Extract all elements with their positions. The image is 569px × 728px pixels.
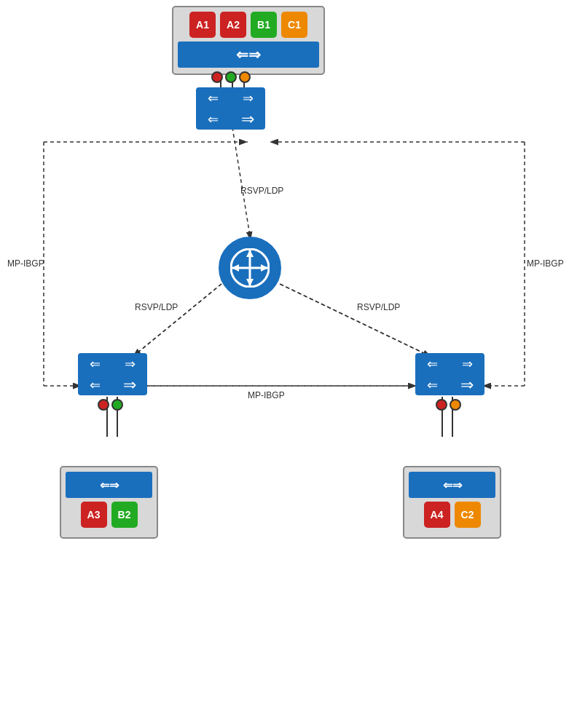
mp-ibgp-right-label: MP-IBGP <box>527 258 564 269</box>
dot-red-left <box>98 399 109 411</box>
right-vpn-labels: A4 C2 <box>424 502 481 528</box>
dot-green-left <box>111 399 123 411</box>
svg-marker-26 <box>246 279 254 286</box>
label-A3: A3 <box>81 502 107 528</box>
label-C2: C2 <box>455 502 481 528</box>
left-vpn-switch <box>66 472 152 498</box>
dot-red-top <box>211 71 223 83</box>
pe-right-arrow1: ⇐ <box>427 357 438 371</box>
label-B1: B1 <box>251 12 277 38</box>
pe-left-arrow4: ⇒ <box>123 377 136 393</box>
svg-line-5 <box>133 284 221 357</box>
pe-top-dots <box>211 71 251 83</box>
rsvp-ldp-top-label: RSVP/LDP <box>240 186 283 196</box>
pe-right-dots <box>436 399 461 411</box>
arrow-left-2: ⇐ <box>208 113 219 126</box>
pe-right-arrow3: ⇐ <box>427 379 438 392</box>
svg-line-6 <box>280 284 431 357</box>
label-A4: A4 <box>424 502 450 528</box>
label-C1: C1 <box>281 12 307 38</box>
svg-marker-28 <box>261 264 268 272</box>
pe-right-router: ⇐ ⇒ ⇐ ⇒ <box>415 353 484 395</box>
pe-right-arrow2: ⇒ <box>462 357 473 371</box>
label-B2: B2 <box>111 502 138 528</box>
pe-left-arrow3: ⇐ <box>90 379 101 392</box>
left-vpn-box: A3 B2 <box>60 466 158 539</box>
svg-line-3 <box>232 127 251 240</box>
svg-line-4 <box>133 284 221 357</box>
right-vpn-switch <box>409 472 495 498</box>
dot-orange-right <box>450 399 461 411</box>
dot-red-right <box>436 399 447 411</box>
pe-left-router: ⇐ ⇒ ⇐ ⇒ <box>78 353 147 395</box>
label-A1: A1 <box>189 12 216 38</box>
rsvp-ldp-left-label: RSVP/LDP <box>135 302 178 312</box>
dot-green-top <box>225 71 237 83</box>
pe-left-dots <box>98 399 123 411</box>
left-vpn-labels: A3 B2 <box>81 502 138 528</box>
svg-marker-25 <box>246 250 254 257</box>
p-router-icon <box>230 248 270 288</box>
network-diagram: A1 A2 B1 C1 ⇐ ⇒ ⇐ ⇒ RSVP/LDP <box>0 0 569 728</box>
dot-orange-top <box>239 71 251 83</box>
svg-marker-27 <box>232 264 239 272</box>
top-vpn-switch <box>178 41 319 68</box>
mp-ibgp-bottom-label: MP-IBGP <box>248 390 285 400</box>
p-center-router <box>219 237 281 299</box>
pe-left-arrow2: ⇒ <box>125 357 136 371</box>
arrow-right-2: ⇒ <box>241 111 254 127</box>
arrow-right-1: ⇒ <box>243 92 254 105</box>
pe-left-arrow1: ⇐ <box>90 357 101 371</box>
pe-right-arrow4: ⇒ <box>460 377 474 393</box>
pe-top-router: ⇐ ⇒ ⇐ ⇒ <box>196 87 265 130</box>
top-vpn-box: A1 A2 B1 C1 <box>172 6 325 75</box>
rsvp-ldp-right-label: RSVP/LDP <box>357 302 400 312</box>
right-vpn-box: A4 C2 <box>403 466 501 539</box>
label-A2: A2 <box>220 12 246 38</box>
mp-ibgp-left-label: MP-IBGP <box>7 258 44 269</box>
svg-line-7 <box>280 284 431 357</box>
top-vpn-labels: A1 A2 B1 C1 <box>189 12 307 38</box>
arrow-left-1: ⇐ <box>208 92 219 105</box>
